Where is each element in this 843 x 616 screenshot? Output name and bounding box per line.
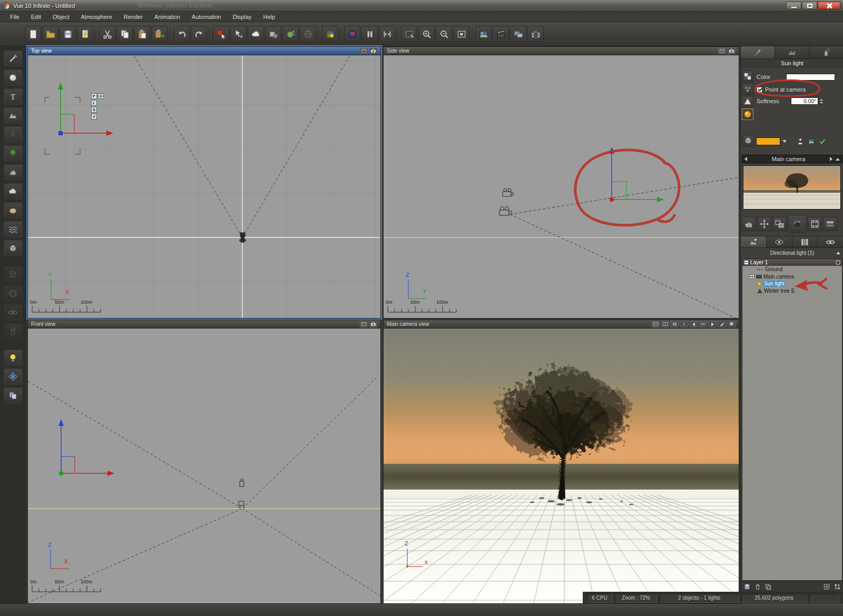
layer-item-ground[interactable]: Ground	[742, 266, 842, 273]
load-object-button[interactable]	[743, 583, 751, 591]
metablob-tool-button[interactable]	[4, 202, 23, 218]
softness-spinner[interactable]	[819, 98, 824, 104]
fit-view-button[interactable]	[453, 26, 469, 42]
previous-frame-button[interactable]	[690, 321, 698, 327]
menu-atmosphere[interactable]: Atmosphere	[75, 13, 118, 21]
zbuffer-button[interactable]: Z	[680, 321, 688, 327]
text-tool-button[interactable]: T	[4, 88, 23, 105]
sphere-tool-button[interactable]	[4, 69, 23, 86]
layer-item-sun-light[interactable]: Sun light	[742, 280, 842, 287]
menu-edit[interactable]: Edit	[25, 13, 47, 21]
visibility-tab[interactable]	[767, 236, 792, 247]
thumbnail-toggle-button[interactable]	[807, 137, 816, 145]
frame-selection-button[interactable]	[772, 217, 787, 231]
orbit-button[interactable]	[788, 215, 807, 233]
rock-tool-button[interactable]	[4, 164, 23, 181]
library-tab[interactable]	[792, 236, 818, 247]
menu-animation[interactable]: Animation	[149, 13, 186, 21]
point-at-camera-checkbox[interactable]	[757, 87, 762, 93]
menu-object[interactable]: Object	[47, 13, 75, 21]
camera-select-button[interactable]	[230, 26, 247, 42]
layer-group-header[interactable]: Layer 1	[742, 259, 842, 266]
layer-visibility-icon[interactable]	[836, 260, 840, 265]
resume-render-button[interactable]	[379, 26, 395, 42]
viewport-render-button[interactable]	[369, 48, 377, 54]
open-file-button[interactable]	[42, 26, 58, 42]
gradient-button[interactable]	[742, 83, 753, 95]
particle-tool-button[interactable]	[4, 323, 23, 340]
side-view-canvas[interactable]: Z Y 0m 50m 100m	[384, 55, 739, 318]
camera-preview[interactable]	[743, 165, 841, 210]
paste-button[interactable]	[134, 26, 150, 42]
gizmo-tab[interactable]	[775, 46, 809, 58]
cloud-tool-button[interactable]	[4, 183, 23, 200]
layer-item-winter-tree[interactable]: Winter tree E	[742, 287, 842, 295]
light-preview-button[interactable]	[742, 108, 753, 120]
group-display-button[interactable]	[833, 583, 841, 591]
collapse-browser-icon[interactable]	[836, 252, 840, 254]
camera-view-titlebar[interactable]: Main camera view Z 00	[384, 320, 739, 329]
maximize-button[interactable]	[802, 2, 817, 9]
viewport-top[interactable]: Top view Y	[27, 46, 381, 319]
close-button[interactable]	[818, 2, 840, 9]
camera-object-side[interactable]	[499, 188, 513, 215]
new-scene-button[interactable]	[25, 26, 41, 42]
top-view-body[interactable]: Y X 0m 50m 100m P L S V	[28, 55, 380, 318]
snapshot-button[interactable]	[527, 26, 544, 42]
viewport-render-button[interactable]	[728, 48, 736, 54]
next-camera-icon[interactable]	[830, 157, 832, 161]
minimize-button[interactable]	[786, 2, 801, 9]
camera-view-body[interactable]: Z x	[384, 329, 739, 603]
viewport-options-button[interactable]	[360, 48, 368, 54]
side-view-body[interactable]: Z Y 0m 50m 100m	[384, 55, 739, 318]
animation-button[interactable]	[493, 26, 509, 42]
zoom-in-button[interactable]	[418, 26, 435, 42]
layer-item-main-camera[interactable]: Main camera	[742, 273, 842, 281]
top-view-canvas[interactable]: Y X 0m 50m 100m	[28, 55, 380, 318]
viewport-front[interactable]: Front view Z	[27, 320, 381, 604]
scene-options-button[interactable]	[77, 26, 93, 42]
light-tool-button[interactable]	[4, 350, 23, 366]
menu-file[interactable]: File	[4, 13, 25, 21]
next-frame-button[interactable]	[709, 321, 717, 327]
display-mode-button[interactable]	[652, 321, 660, 327]
delete-object-button[interactable]	[753, 583, 762, 591]
boolean-cube-tool-button[interactable]	[4, 266, 23, 283]
swatch-dropdown-icon[interactable]	[782, 140, 787, 143]
collapse-preview-icon[interactable]	[836, 158, 840, 161]
viewport-options-button[interactable]	[718, 48, 726, 54]
dual-display-button[interactable]	[510, 26, 526, 42]
color-picker-button[interactable]	[322, 26, 338, 42]
view-stack-button[interactable]	[823, 217, 837, 231]
wand-tool-button[interactable]	[4, 51, 23, 67]
cut-button[interactable]	[99, 26, 115, 42]
network-render-button[interactable]	[300, 26, 316, 42]
camera-render-canvas[interactable]: Z x	[384, 329, 739, 603]
checker-material-button[interactable]	[742, 71, 753, 82]
render-options-button[interactable]	[475, 26, 492, 42]
gizmo-scale-button[interactable]: S	[91, 107, 97, 113]
menu-automation[interactable]: Automation	[186, 13, 227, 21]
figure-toggle-button[interactable]	[796, 137, 805, 145]
tree-tool-button[interactable]	[4, 145, 23, 162]
camera-navigator-label[interactable]: Main camera	[747, 156, 830, 162]
falloff-button[interactable]	[742, 96, 753, 107]
gizmo-position-button[interactable]: P	[91, 93, 97, 99]
cube-tool-button[interactable]	[4, 240, 23, 256]
viewport-camera[interactable]: Main camera view Z 00	[383, 320, 739, 604]
front-view-body[interactable]: Z X 0m 50m 100m	[28, 329, 380, 603]
menu-render[interactable]: Render	[118, 13, 149, 21]
duplicate-tool-button[interactable]	[4, 388, 23, 404]
world-browser-tab[interactable]	[741, 236, 767, 247]
collapse-layer-icon[interactable]	[744, 260, 749, 265]
menu-display[interactable]: Display	[227, 13, 257, 21]
grid-display-button[interactable]	[822, 583, 831, 591]
ecosystem-tool-button[interactable]	[4, 369, 23, 385]
link-tool-button[interactable]	[4, 304, 23, 321]
light-color-swatch[interactable]	[786, 74, 835, 81]
overlay-grid-button[interactable]	[671, 321, 679, 327]
side-view-titlebar[interactable]: Side view	[384, 47, 739, 55]
viewport-side[interactable]: Side view	[383, 46, 739, 319]
save-view-button[interactable]	[728, 321, 736, 327]
menu-help[interactable]: Help	[258, 13, 281, 21]
